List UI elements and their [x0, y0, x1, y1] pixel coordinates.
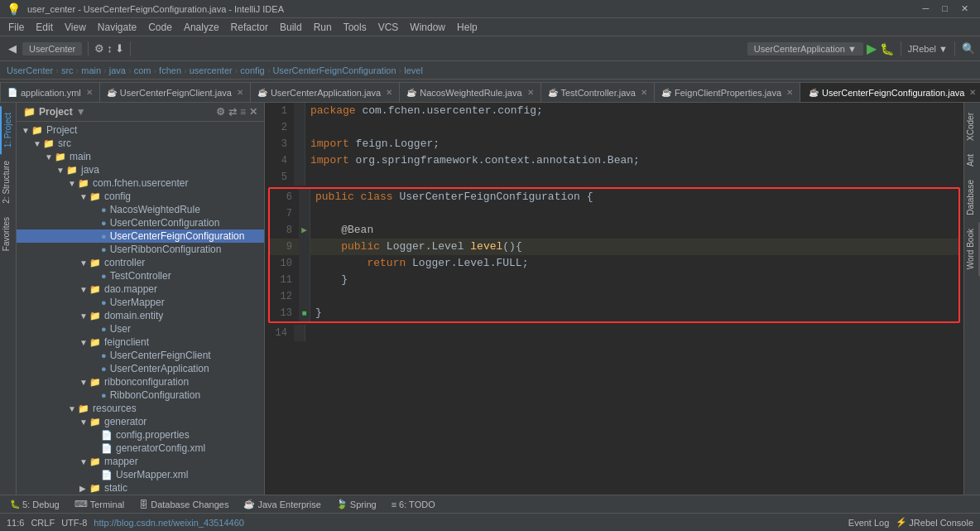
database-panel-icon[interactable]: Database [964, 173, 980, 222]
menu-analyze[interactable]: Analyze [179, 20, 224, 35]
tree-item[interactable]: ●NacosWeightedRule [17, 203, 264, 216]
menu-edit[interactable]: Edit [31, 20, 58, 35]
tree-item[interactable]: ▼📁mapper [17, 455, 264, 468]
tree-item[interactable]: ●User [17, 322, 264, 335]
line-ending[interactable]: CRLF [31, 518, 55, 528]
tree-item[interactable]: 📄UserMapper.xml [17, 468, 264, 481]
menu-view[interactable]: View [60, 20, 91, 35]
menu-build[interactable]: Build [275, 20, 307, 35]
close-btn[interactable]: ✕ [956, 3, 973, 14]
tree-item[interactable]: ●TestController [17, 269, 264, 282]
tree-item[interactable]: ●UserCenterFeignConfiguration [17, 229, 264, 243]
java-enterprise-tab[interactable]: ☕ Java Enterprise [237, 497, 327, 511]
tab-usercenterfeignconfiguration[interactable]: ☕ UserCenterFeignConfiguration.java ✕ [800, 82, 980, 102]
tree-item[interactable]: ▼📁controller [17, 256, 264, 269]
toolbar-btn3[interactable]: ⬇ [115, 42, 124, 55]
toolbar-back-btn[interactable]: ◀ [5, 41, 20, 56]
event-log-btn[interactable]: Event Log [848, 518, 890, 528]
tree-item[interactable]: ▼📁main [17, 150, 264, 163]
breadcrumb-java[interactable]: java [109, 65, 126, 75]
toolbar-btn2[interactable]: ↕ [107, 42, 113, 55]
tab-close-usercenterapplication[interactable]: ✕ [386, 88, 392, 97]
tree-item[interactable]: ▼📁domain.entity [17, 309, 264, 322]
toolbar-btn1[interactable]: ⚙ [94, 42, 104, 55]
tab-close-nacosweightedrule[interactable]: ✕ [527, 88, 534, 97]
project-gear-icon[interactable]: ≡ [240, 106, 246, 118]
tree-item[interactable]: ▼📁Project [17, 123, 264, 137]
tree-item[interactable]: 📄config.properties [17, 428, 264, 442]
tree-item[interactable]: ▶📁static [17, 481, 264, 495]
debug-btn[interactable]: 🐛 [880, 42, 894, 56]
project-close-icon[interactable]: ✕ [249, 106, 257, 118]
blog-url[interactable]: http://blog.csdn.net/weixin_43514460 [94, 518, 244, 528]
breadcrumb-config[interactable]: config [240, 65, 264, 75]
tree-item[interactable]: ●UserCenterConfiguration [17, 216, 264, 229]
breadcrumb-fchen[interactable]: fchen [159, 65, 181, 75]
tab-close-usercenterfeignconfiguration[interactable]: ✕ [969, 88, 976, 97]
debug-tab[interactable]: 🐛 5: Debug [3, 498, 66, 511]
menu-run[interactable]: Run [309, 20, 337, 35]
tab-close-usercenterfeigclient[interactable]: ✕ [237, 88, 243, 97]
project-panel-icon[interactable]: 1: Project [0, 106, 16, 154]
menu-file[interactable]: File [3, 20, 29, 35]
encoding[interactable]: UTF-8 [61, 518, 87, 528]
tab-close-testcontroller[interactable]: ✕ [641, 88, 647, 97]
menu-refactor[interactable]: Refactor [226, 20, 273, 35]
menu-window[interactable]: Window [405, 20, 450, 35]
tree-item[interactable]: ●RibbonConfiguration [17, 389, 264, 402]
menu-code[interactable]: Code [143, 20, 177, 35]
tree-item[interactable]: ●UserCenterFeignClient [17, 349, 264, 362]
breadcrumb-method[interactable]: level [404, 65, 423, 75]
tab-usercenterapplication[interactable]: ☕ UserCenterApplication.java ✕ [250, 82, 399, 102]
breadcrumb-main[interactable]: main [81, 65, 101, 75]
favorites-panel-icon[interactable]: Favorites [0, 210, 16, 258]
wordbook-panel-icon[interactable]: Word Book [964, 222, 980, 276]
run-btn[interactable]: ▶ [867, 41, 877, 56]
minimize-btn[interactable]: ─ [918, 3, 934, 14]
tab-feignclientproperties[interactable]: ☕ FeignClientProperties.java ✕ [654, 82, 800, 102]
toolbar-jrebel[interactable]: JRebel ▼ [908, 44, 948, 54]
tree-item[interactable]: 📄generatorConfig.xml [17, 442, 264, 455]
project-header-dropdown[interactable]: ▼ [76, 106, 86, 118]
structure-panel-icon[interactable]: 2: Structure [0, 154, 16, 210]
xcoder-panel-icon[interactable]: XCoder [964, 106, 980, 147]
jrebel-console-btn[interactable]: ⚡ JRebel Console [896, 517, 973, 528]
tab-close-application-yml[interactable]: ✕ [86, 88, 93, 97]
tree-item[interactable]: ▼📁java [17, 163, 264, 176]
tree-item[interactable]: ▼📁src [17, 137, 264, 150]
tree-item[interactable]: ▼📁generator [17, 415, 264, 428]
tree-item[interactable]: ▼📁config [17, 190, 264, 203]
ant-panel-icon[interactable]: Ant [964, 147, 980, 173]
tree-item[interactable]: ▼📁ribbonconfiguration [17, 375, 264, 389]
tab-nacosweightedrule[interactable]: ☕ NacosWeightedRule.java ✕ [399, 82, 540, 102]
breadcrumb-usercenter2[interactable]: usercenter [190, 65, 233, 75]
menu-navigate[interactable]: Navigate [93, 20, 142, 35]
todo-tab[interactable]: ≡ 6: TODO [385, 498, 442, 511]
tab-application-yml[interactable]: 📄 application.yml ✕ [0, 82, 99, 102]
breadcrumb-com[interactable]: com [134, 65, 151, 75]
database-changes-tab[interactable]: 🗄 Database Changes [132, 498, 235, 511]
menu-tools[interactable]: Tools [339, 20, 372, 35]
tab-testcontroller[interactable]: ☕ TestController.java ✕ [540, 82, 655, 102]
breadcrumb-class[interactable]: UserCenterFeignConfiguration [272, 65, 396, 75]
search-everywhere-btn[interactable]: 🔍 [962, 42, 975, 55]
breadcrumb-usercenter[interactable]: UserCenter [7, 65, 53, 75]
editor[interactable]: 1 package com.fchen.usercenter.config; 2… [265, 103, 963, 531]
tree-item[interactable]: ▼📁com.fchen.usercenter [17, 176, 264, 190]
tree-item[interactable]: ▼📁dao.mapper [17, 282, 264, 296]
project-settings-icon[interactable]: ⚙ [216, 106, 225, 118]
tree-item[interactable]: ●UserMapper [17, 296, 264, 309]
tab-close-feignclientproperties[interactable]: ✕ [786, 88, 793, 97]
tree-item[interactable]: ●UserCenterApplication [17, 362, 264, 375]
tree-item[interactable]: ●UserRibbonConfiguration [17, 243, 264, 256]
breadcrumb-src[interactable]: src [61, 65, 74, 75]
menu-help[interactable]: Help [452, 20, 483, 35]
project-sync-icon[interactable]: ⇄ [228, 106, 237, 118]
tree-item[interactable]: ▼📁feignclient [17, 335, 264, 349]
tree-item[interactable]: ▼📁resources [17, 402, 264, 415]
menu-vcs[interactable]: VCS [373, 20, 404, 35]
maximize-btn[interactable]: □ [937, 3, 953, 14]
terminal-tab[interactable]: ⌨ Terminal [68, 497, 132, 511]
tab-usercenterfeigclient[interactable]: ☕ UserCenterFeignClient.java ✕ [99, 82, 250, 102]
spring-tab[interactable]: 🍃 Spring [329, 497, 383, 511]
